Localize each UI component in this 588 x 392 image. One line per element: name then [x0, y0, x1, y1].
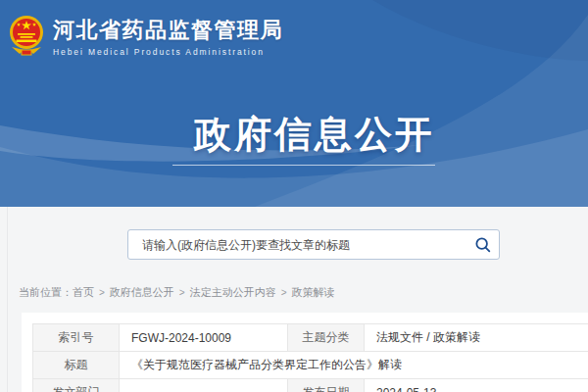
document-info-panel: 索引号 FGWJ-2024-10009 主题分类 法规文件 / 政策解读 标题 …: [22, 313, 588, 392]
breadcrumb-separator: >: [179, 287, 185, 298]
table-row-index-category: 索引号 FGWJ-2024-10009 主题分类 法规文件 / 政策解读: [33, 324, 588, 352]
page: 河北省药品监督管理局 Hebei Medical Products Admini…: [0, 0, 588, 392]
index-number-label: 索引号: [33, 324, 120, 352]
table-row-title: 标题 《关于规范医疗器械产品分类界定工作的公告》解读: [33, 352, 588, 379]
page-edge-divider: [7, 207, 8, 392]
breadcrumb-separator: >: [99, 287, 105, 298]
banner-title-underline: [172, 165, 435, 166]
org-name-zh: 河北省药品监督管理局: [53, 18, 283, 42]
banner-title: 政府信息公开: [21, 110, 588, 160]
brand: 河北省药品监督管理局 Hebei Medical Products Admini…: [9, 13, 283, 62]
department-label: 发文部门: [33, 379, 120, 392]
breadcrumb-item-policy-interpretation[interactable]: 政策解读: [292, 285, 335, 300]
search-button[interactable]: [469, 232, 495, 257]
national-emblem-icon: [9, 13, 44, 62]
search-icon: [474, 236, 491, 253]
info-table: 索引号 FGWJ-2024-10009 主题分类 法规文件 / 政策解读 标题 …: [32, 323, 588, 392]
publish-date-value: 2024-05-13: [365, 379, 588, 392]
org-name-en: Hebei Medical Products Administration: [53, 47, 283, 57]
breadcrumb-item-home[interactable]: 首页: [73, 285, 94, 300]
title-value: 《关于规范医疗器械产品分类界定工作的公告》解读: [120, 352, 588, 379]
department-value: [120, 379, 288, 392]
brand-text: 河北省药品监督管理局 Hebei Medical Products Admini…: [53, 18, 283, 56]
index-number-value: FGWJ-2024-10009: [120, 324, 288, 352]
breadcrumb: 当前位置： 首页 > 政府信息公开 > 法定主动公开内容 > 政策解读: [19, 285, 335, 300]
breadcrumb-separator: >: [281, 287, 287, 298]
publish-date-label: 发布日期: [288, 379, 365, 392]
breadcrumb-item-statutory-disclosure[interactable]: 法定主动公开内容: [190, 285, 276, 300]
banner: 河北省药品监督管理局 Hebei Medical Products Admini…: [0, 0, 588, 207]
search-bar: [127, 229, 500, 260]
table-row-department-date: 发文部门 发布日期 2024-05-13: [33, 379, 588, 392]
category-label: 主题分类: [288, 324, 365, 352]
title-label: 标题: [33, 352, 120, 379]
category-value: 法规文件 / 政策解读: [365, 324, 588, 352]
breadcrumb-prefix: 当前位置：: [19, 285, 73, 300]
search-input[interactable]: [127, 229, 500, 260]
breadcrumb-item-gov-info[interactable]: 政府信息公开: [110, 285, 174, 300]
